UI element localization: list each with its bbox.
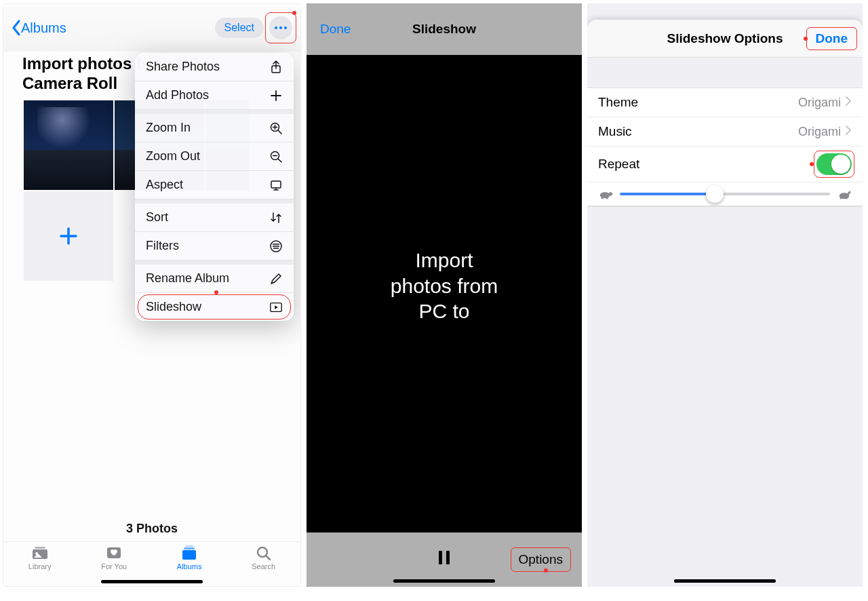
music-row[interactable]: Music Origami	[587, 117, 863, 147]
menu-aspect[interactable]: Aspect	[135, 171, 294, 199]
options-header: Slideshow Options Done	[587, 20, 863, 58]
back-to-albums-button[interactable]: Albums	[12, 20, 66, 36]
slideshow-screen: Done Slideshow Import photos from PC to …	[307, 3, 582, 587]
sort-icon	[269, 211, 283, 225]
slideshow-options-button[interactable]: Options	[513, 550, 568, 569]
menu-label: Zoom Out	[146, 149, 200, 163]
turtle-icon	[598, 188, 613, 200]
slideshow-icon	[269, 300, 283, 314]
annotation-dot	[214, 290, 218, 294]
slideshow-done-button[interactable]: Done	[320, 22, 351, 37]
svg-rect-13	[182, 550, 196, 560]
more-menu-button[interactable]	[269, 16, 292, 39]
annotation-dot	[292, 11, 296, 15]
slideshow-options-screen: Slideshow Options Done Theme Origami Mus…	[587, 3, 863, 587]
slideshow-title: Slideshow	[412, 22, 476, 37]
rabbit-icon	[837, 188, 852, 200]
pencil-icon	[269, 272, 283, 286]
pause-button[interactable]	[437, 549, 451, 570]
annotation-box	[265, 12, 296, 43]
tab-library[interactable]: Library	[28, 545, 52, 570]
menu-label: Rename Album	[146, 271, 229, 286]
menu-label: Share Photos	[146, 60, 220, 74]
aspect-icon	[269, 178, 283, 192]
svg-rect-15	[185, 545, 193, 547]
row-label: Music	[598, 124, 632, 139]
annotation-dot	[810, 162, 814, 166]
menu-add-photos[interactable]: Add Photos	[135, 81, 294, 110]
svg-rect-21	[601, 197, 604, 199]
chevron-right-icon	[845, 124, 852, 139]
menu-slideshow[interactable]: Slideshow	[135, 293, 294, 321]
menu-sort[interactable]: Sort	[135, 199, 294, 232]
photo-count: 3 Photos	[3, 518, 300, 541]
menu-filters[interactable]: Filters	[135, 232, 294, 260]
menu-label: Aspect	[146, 178, 183, 192]
photo-thumbnail[interactable]	[24, 100, 113, 190]
row-value: Origami	[798, 96, 845, 110]
home-indicator	[393, 579, 495, 583]
zoom-out-icon	[269, 150, 283, 163]
svg-rect-14	[184, 547, 195, 549]
tab-label: Albums	[177, 562, 202, 570]
svg-point-20	[609, 192, 613, 196]
photos-album-screen: Albums Select Import photos from PC toCa…	[3, 3, 301, 587]
svg-rect-24	[840, 197, 842, 199]
tab-label: For You	[101, 562, 127, 570]
for-you-icon	[104, 545, 123, 561]
add-photo-button[interactable]	[24, 191, 113, 281]
options-sheet: Slideshow Options Done Theme Origami Mus…	[587, 20, 863, 587]
slideshow-slide-text: Import photos from PC to	[307, 248, 582, 324]
filters-icon	[269, 239, 283, 253]
nav-bar: Albums Select	[3, 4, 300, 52]
speed-slider[interactable]	[620, 193, 830, 195]
home-indicator	[101, 580, 203, 583]
plus-icon	[269, 89, 283, 102]
menu-zoom-out[interactable]: Zoom Out	[135, 142, 294, 171]
annotation-dot	[544, 568, 548, 573]
footer: 3 Photos Library For You Albums Search	[3, 518, 300, 586]
menu-share-photos[interactable]: Share Photos	[135, 53, 294, 81]
share-icon	[269, 60, 283, 74]
menu-label: Filters	[146, 239, 179, 253]
pause-icon	[437, 549, 451, 566]
options-done-button[interactable]: Done	[810, 30, 854, 47]
svg-rect-6	[271, 181, 281, 188]
annotation-box	[511, 547, 571, 572]
menu-zoom-in[interactable]: Zoom In	[135, 110, 294, 142]
menu-rename-album[interactable]: Rename Album	[135, 260, 294, 293]
plus-icon	[58, 226, 79, 246]
options-title: Slideshow Options	[667, 31, 783, 46]
albums-icon	[180, 545, 199, 561]
repeat-row: Repeat	[587, 147, 863, 182]
tab-for-you[interactable]: For You	[101, 545, 127, 570]
slide-line: photos from	[307, 273, 582, 299]
menu-label: Add Photos	[146, 88, 209, 102]
tab-search[interactable]: Search	[252, 545, 275, 570]
chevron-left-icon	[12, 20, 21, 36]
svg-rect-10	[35, 547, 45, 549]
slide-line: Import	[307, 248, 582, 273]
home-indicator	[674, 579, 776, 583]
repeat-toggle[interactable]	[816, 153, 852, 175]
annotation-box	[806, 27, 858, 50]
menu-label: Slideshow	[146, 300, 201, 314]
search-icon	[254, 545, 273, 561]
zoom-in-icon	[269, 121, 283, 135]
context-menu: Share Photos Add Photos Zoom In Zoom Out…	[135, 53, 294, 321]
back-label: Albums	[21, 20, 66, 36]
theme-row[interactable]: Theme Origami	[587, 88, 863, 117]
slide-line: PC to	[307, 298, 582, 324]
slideshow-top-bar: Done Slideshow	[307, 3, 582, 55]
tab-albums[interactable]: Albums	[177, 545, 202, 570]
row-value: Origami	[798, 125, 845, 139]
speed-row	[587, 182, 863, 206]
select-button[interactable]: Select	[215, 18, 264, 38]
svg-rect-22	[606, 197, 608, 199]
options-list: Theme Origami Music Origami Repeat	[587, 88, 863, 207]
tab-label: Library	[28, 562, 52, 570]
annotation-dot	[804, 37, 808, 41]
svg-rect-25	[846, 197, 848, 199]
svg-rect-18	[446, 551, 450, 564]
tab-label: Search	[252, 562, 275, 570]
